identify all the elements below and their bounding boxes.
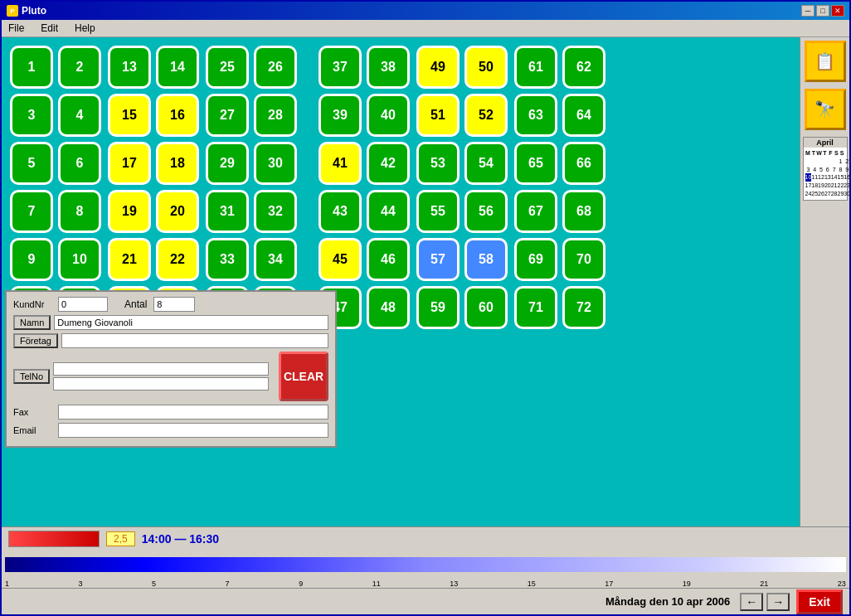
seat-30[interactable]: 30 [254,142,297,185]
binoculars-icon: 🔭 [815,99,835,119]
foretag-input[interactable] [61,333,328,348]
seat-52[interactable]: 52 [464,94,508,137]
date-nav-row: Måndag den 10 apr 2006 ← → Exit [2,588,849,614]
calendar-title: April [804,138,847,148]
seat-7[interactable]: 7 [10,190,53,233]
seat-71[interactable]: 71 [514,286,557,329]
seat-17[interactable]: 17 [108,142,151,185]
seat-34[interactable]: 34 [254,238,297,281]
menu-help[interactable]: Help [71,22,99,35]
seat-38[interactable]: 38 [367,46,410,89]
binoculars-button[interactable]: 🔭 [805,89,846,130]
seat-37[interactable]: 37 [319,46,362,89]
next-button[interactable]: → [766,593,790,611]
seat-5[interactable]: 5 [10,142,53,185]
seat-16[interactable]: 16 [156,94,199,137]
fax-input[interactable] [58,405,328,420]
notepad-button[interactable]: 📋 [805,41,846,82]
seat-48[interactable]: 48 [367,286,410,329]
seat-63[interactable]: 63 [514,94,557,137]
close-button[interactable]: ✕ [831,5,844,17]
seat-9[interactable]: 9 [10,238,53,281]
seat-2[interactable]: 2 [58,46,101,89]
foretag-button[interactable]: Företag [13,333,58,348]
seat-28[interactable]: 28 [254,94,297,137]
seat-57[interactable]: 57 [416,238,460,281]
seat-39[interactable]: 39 [319,94,362,137]
seat-20[interactable]: 20 [156,190,199,233]
seat-33[interactable]: 33 [206,238,249,281]
namn-row: Namn [13,315,328,330]
seat-62[interactable]: 62 [562,46,605,89]
timeline-scale: 1 3 5 7 9 11 13 15 17 19 21 23 [2,580,849,588]
seat-51[interactable]: 51 [416,94,460,137]
seat-18[interactable]: 18 [156,142,199,185]
seat-4[interactable]: 4 [58,94,101,137]
namn-input[interactable] [54,315,328,330]
seat-45[interactable]: 45 [319,238,362,281]
seat-43[interactable]: 43 [319,190,362,233]
antal-input[interactable] [153,297,195,312]
seat-26[interactable]: 26 [254,46,297,89]
seat-column-5: 49 50 51 52 53 54 55 56 [416,46,508,361]
seat-41[interactable]: 41 [319,142,362,185]
seat-72[interactable]: 72 [562,286,605,329]
telno-input-2[interactable] [53,377,269,390]
menu-file[interactable]: File [5,22,27,35]
seat-3[interactable]: 3 [10,94,53,137]
notepad-icon: 📋 [815,51,835,71]
seat-15[interactable]: 15 [108,94,151,137]
seat-65[interactable]: 65 [514,142,557,185]
seat-40[interactable]: 40 [367,94,410,137]
seat-59[interactable]: 59 [416,286,460,329]
time-range: 14:00 — 16:30 [142,532,219,546]
email-input[interactable] [58,423,328,438]
seat-66[interactable]: 66 [562,142,605,185]
seat-64[interactable]: 64 [562,94,605,137]
seat-42[interactable]: 42 [367,142,410,185]
prev-button[interactable]: ← [740,593,763,611]
seat-21[interactable]: 21 [108,238,151,281]
antal-label: Antal [124,298,147,310]
seat-44[interactable]: 44 [367,190,410,233]
kundnr-label: KundNr [13,299,55,309]
main-window: P Pluto ─ □ ✕ File Edit Help 1 2 [0,0,851,616]
seat-60[interactable]: 60 [464,286,508,329]
seat-32[interactable]: 32 [254,190,297,233]
exit-button[interactable]: Exit [796,589,843,614]
clear-button[interactable]: CLEAR [279,352,328,401]
seat-46[interactable]: 46 [367,238,410,281]
seat-22[interactable]: 22 [156,238,199,281]
seat-56[interactable]: 56 [464,190,508,233]
seat-49[interactable]: 49 [416,46,460,89]
seat-10[interactable]: 10 [58,238,101,281]
seat-8[interactable]: 8 [58,190,101,233]
menu-edit[interactable]: Edit [37,22,61,35]
telno-input-1[interactable] [53,362,269,376]
seat-31[interactable]: 31 [206,190,249,233]
seat-6[interactable]: 6 [58,142,101,185]
seat-25[interactable]: 25 [206,46,249,89]
app-icon: P [7,5,18,17]
seat-55[interactable]: 55 [416,190,460,233]
telno-button[interactable]: TelNo [13,369,50,384]
seat-70[interactable]: 70 [562,238,605,281]
kundnr-input[interactable] [58,297,108,312]
seat-67[interactable]: 67 [514,190,557,233]
seat-58[interactable]: 58 [464,238,508,281]
seat-61[interactable]: 61 [514,46,557,89]
seat-54[interactable]: 54 [464,142,508,185]
seat-19[interactable]: 19 [108,190,151,233]
seat-50[interactable]: 50 [464,46,508,89]
seat-1[interactable]: 1 [10,46,53,89]
seat-29[interactable]: 29 [206,142,249,185]
seat-14[interactable]: 14 [156,46,199,89]
seat-13[interactable]: 13 [108,46,151,89]
seat-53[interactable]: 53 [416,142,460,185]
minimize-button[interactable]: ─ [801,5,815,17]
seat-68[interactable]: 68 [562,190,605,233]
namn-button[interactable]: Namn [13,315,51,330]
restore-button[interactable]: □ [816,5,829,17]
seat-27[interactable]: 27 [206,94,249,137]
seat-69[interactable]: 69 [514,238,557,281]
